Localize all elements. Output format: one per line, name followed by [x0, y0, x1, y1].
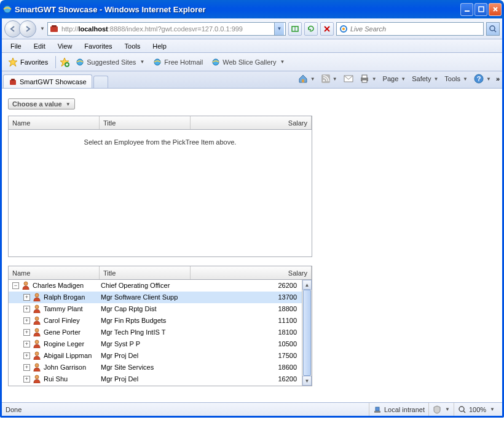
tree-toggle[interactable]: + [23, 364, 30, 371]
safety-menu[interactable]: Safety▼ [411, 74, 439, 84]
menu-view[interactable]: View [52, 41, 79, 51]
col-salary[interactable]: Salary [191, 266, 312, 279]
star-icon [8, 57, 18, 67]
tree-row[interactable]: +Gene PorterMgr Tech Plng IntIS T18100 [9, 327, 312, 338]
scroll-up-button[interactable]: ▲ [302, 280, 312, 290]
page-menu[interactable]: Page▼ [382, 74, 408, 84]
svg-point-31 [35, 363, 39, 367]
tree-row[interactable]: +Ralph BroganMgr Software Client Supp137… [9, 292, 312, 303]
scroll-down-button[interactable]: ▼ [302, 376, 312, 386]
detail-grid-header: Name Title Salary [9, 116, 312, 130]
svg-rect-34 [376, 407, 379, 411]
window-titlebar: SmartGWT Showcase - Windows Internet Exp… [0, 0, 504, 18]
picktree-label: Choose a value [12, 100, 62, 108]
tree-toggle[interactable]: + [23, 294, 30, 301]
svg-point-26 [35, 305, 39, 309]
tree-toggle[interactable]: + [23, 306, 30, 312]
address-input[interactable]: http://localhost:8888/index.html?gwt.cod… [47, 22, 286, 36]
svg-rect-3 [50, 26, 58, 32]
menu-tools[interactable]: Tools [119, 41, 147, 51]
row-salary: 10500 [191, 340, 301, 348]
search-input[interactable] [350, 25, 481, 33]
tree-row[interactable]: +John GarrisonMgr Site Services18600 [9, 362, 312, 373]
add-favorite-icon[interactable] [60, 57, 69, 67]
svg-point-10 [77, 59, 83, 65]
tree-row[interactable]: +Abigail LippmanMgr Proj Del17500 [9, 350, 312, 362]
window-buttons [460, 3, 502, 16]
refresh-button[interactable] [304, 22, 318, 36]
tree-row[interactable]: +Tammy PlantMgr Cap Rptg Dist18800 [9, 303, 312, 315]
address-dropdown[interactable]: ▼ [274, 23, 284, 35]
zoom-control[interactable]: 100%▼ [454, 403, 498, 416]
tools-menu[interactable]: Tools▼ [443, 74, 469, 84]
svg-point-24 [24, 282, 28, 285]
svg-rect-1 [465, 10, 470, 12]
person-icon [33, 375, 41, 383]
zone-indicator[interactable]: Local intranet [369, 403, 428, 416]
status-text: Done [6, 406, 369, 413]
tree-toggle[interactable]: + [23, 341, 30, 348]
tree-toggle[interactable]: + [23, 329, 30, 336]
tree-row[interactable]: +Carol FinleyMgr Fin Rpts Budgets11100 [9, 315, 312, 327]
col-salary[interactable]: Salary [191, 116, 312, 129]
scroll-thumb[interactable] [303, 290, 311, 376]
help-button[interactable]: ?▼ [473, 73, 492, 85]
row-salary: 18100 [191, 328, 301, 336]
compat-view-button[interactable] [288, 22, 302, 36]
favorites-button[interactable]: Favorites [4, 56, 52, 68]
menu-edit[interactable]: Edit [28, 41, 52, 51]
suggested-sites-link[interactable]: Suggested Sites▼ [73, 57, 147, 68]
page-favicon [49, 24, 59, 34]
search-go-button[interactable] [486, 22, 500, 36]
forward-button[interactable] [19, 20, 36, 38]
tree-row[interactable]: −Charles MadigenChief Operating Officer2… [9, 280, 312, 292]
tree-toggle[interactable]: + [23, 352, 30, 359]
svg-point-8 [490, 26, 495, 31]
tree-toggle[interactable]: − [12, 282, 19, 289]
row-title: Mgr Software Client Supp [100, 293, 191, 301]
svg-point-35 [459, 407, 464, 411]
feeds-button[interactable]: ▼ [320, 73, 339, 84]
menu-help[interactable]: Help [146, 41, 173, 51]
row-salary: 16200 [191, 375, 301, 383]
stop-button[interactable] [320, 22, 334, 36]
maximize-button[interactable] [474, 3, 487, 16]
svg-point-27 [35, 317, 39, 320]
new-tab-button[interactable] [93, 76, 108, 88]
svg-point-7 [342, 28, 345, 30]
web-slice-link[interactable]: Web Slice Gallery▼ [209, 57, 287, 68]
row-name: Tammy Plant [44, 305, 83, 312]
menu-favorites[interactable]: Favorites [78, 41, 118, 51]
favorites-bar: Favorites Suggested Sites▼ Free Hotmail … [2, 53, 502, 71]
close-button[interactable] [489, 3, 502, 16]
menu-bar: File Edit View Favorites Tools Help [2, 39, 502, 53]
free-hotmail-link[interactable]: Free Hotmail [151, 57, 205, 68]
tab-active[interactable]: SmartGWT Showcase [3, 74, 92, 88]
protected-mode[interactable]: ▼ [428, 403, 454, 416]
svg-point-17 [323, 80, 325, 82]
tree-row[interactable]: +Rui ShuMgr Proj Del16200 [9, 373, 312, 385]
tab-label: SmartGWT Showcase [20, 78, 87, 85]
tree-grid-body[interactable]: −Charles MadigenChief Operating Officer2… [9, 280, 312, 386]
row-title: Mgr Tech Plng IntIS T [100, 328, 191, 336]
col-name[interactable]: Name [9, 266, 100, 279]
tree-row[interactable]: +Rogine LegerMgr Syst P P10500 [9, 338, 312, 350]
tree-toggle[interactable]: + [23, 317, 30, 324]
nav-back-forward [4, 20, 36, 38]
vertical-scrollbar[interactable]: ▲ ▼ [302, 280, 312, 386]
svg-rect-13 [10, 80, 16, 85]
col-title[interactable]: Title [100, 266, 191, 279]
col-title[interactable]: Title [100, 116, 191, 129]
zoom-icon [458, 405, 467, 414]
overflow-icon[interactable]: » [496, 75, 500, 82]
print-button[interactable]: ▼ [358, 73, 378, 84]
mail-button[interactable] [342, 74, 355, 84]
picktree-button[interactable]: Choose a value ▼ [8, 98, 75, 109]
home-button[interactable]: ▼ [297, 73, 317, 85]
minimize-button[interactable] [460, 3, 473, 16]
menu-file[interactable]: File [4, 41, 28, 51]
search-box[interactable] [336, 22, 484, 36]
nav-history-dropdown[interactable]: ▼ [40, 26, 45, 31]
tree-toggle[interactable]: + [23, 376, 30, 383]
col-name[interactable]: Name [9, 116, 100, 129]
